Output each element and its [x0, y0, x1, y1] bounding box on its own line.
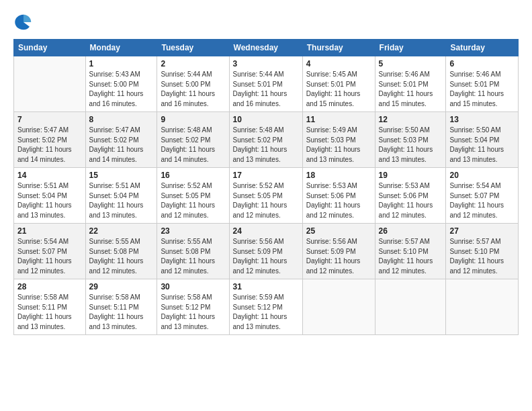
calendar-day-cell: 12Sunrise: 5:50 AMSunset: 5:03 PMDayligh…	[375, 112, 446, 168]
day-info-text: Sunrise: 5:45 AMSunset: 5:01 PMDaylight:…	[306, 70, 371, 109]
day-info-text: Sunrise: 5:58 AMSunset: 5:11 PMDaylight:…	[17, 293, 82, 332]
day-info-text: Sunrise: 5:54 AMSunset: 5:07 PMDaylight:…	[17, 237, 82, 276]
logo-icon	[13, 12, 34, 32]
calendar-day-cell	[302, 279, 375, 335]
day-info-text: Sunrise: 5:58 AMSunset: 5:12 PMDaylight:…	[161, 293, 225, 332]
calendar-week-row: 1Sunrise: 5:43 AMSunset: 5:00 PMDaylight…	[14, 56, 519, 112]
day-number: 25	[306, 226, 371, 236]
calendar-day-cell: 30Sunrise: 5:58 AMSunset: 5:12 PMDayligh…	[157, 279, 229, 335]
day-info-text: Sunrise: 5:54 AMSunset: 5:07 PMDaylight:…	[449, 181, 515, 220]
weekday-header-saturday: Saturday	[446, 40, 519, 56]
day-info-text: Sunrise: 5:43 AMSunset: 5:00 PMDaylight:…	[89, 70, 154, 109]
calendar-day-cell	[446, 279, 519, 335]
calendar-day-cell: 18Sunrise: 5:53 AMSunset: 5:06 PMDayligh…	[302, 168, 375, 224]
day-number: 16	[161, 171, 225, 180]
calendar-day-cell: 24Sunrise: 5:56 AMSunset: 5:09 PMDayligh…	[229, 224, 302, 279]
day-info-text: Sunrise: 5:53 AMSunset: 5:06 PMDaylight:…	[306, 181, 371, 220]
calendar-day-cell: 15Sunrise: 5:51 AMSunset: 5:04 PMDayligh…	[85, 168, 157, 224]
day-info-text: Sunrise: 5:47 AMSunset: 5:02 PMDaylight:…	[17, 126, 82, 165]
calendar-day-cell: 7Sunrise: 5:47 AMSunset: 5:02 PMDaylight…	[14, 112, 86, 168]
calendar-day-cell	[375, 279, 446, 335]
calendar-day-cell: 11Sunrise: 5:49 AMSunset: 5:03 PMDayligh…	[302, 112, 375, 168]
day-info-text: Sunrise: 5:59 AMSunset: 5:12 PMDaylight:…	[233, 293, 299, 332]
day-number: 20	[449, 171, 515, 180]
day-info-text: Sunrise: 5:46 AMSunset: 5:01 PMDaylight:…	[449, 70, 515, 109]
day-number: 15	[89, 171, 154, 180]
day-info-text: Sunrise: 5:57 AMSunset: 5:10 PMDaylight:…	[449, 237, 515, 276]
calendar-day-cell: 31Sunrise: 5:59 AMSunset: 5:12 PMDayligh…	[229, 279, 302, 335]
day-info-text: Sunrise: 5:47 AMSunset: 5:02 PMDaylight:…	[89, 126, 154, 165]
weekday-header-friday: Friday	[375, 40, 446, 56]
calendar-day-cell: 25Sunrise: 5:56 AMSunset: 5:09 PMDayligh…	[302, 224, 375, 279]
day-info-text: Sunrise: 5:55 AMSunset: 5:08 PMDaylight:…	[89, 237, 154, 276]
day-info-text: Sunrise: 5:44 AMSunset: 5:01 PMDaylight:…	[233, 70, 299, 109]
day-info-text: Sunrise: 5:57 AMSunset: 5:10 PMDaylight:…	[379, 237, 443, 276]
day-info-text: Sunrise: 5:55 AMSunset: 5:08 PMDaylight:…	[161, 237, 225, 276]
day-number: 21	[17, 226, 82, 236]
calendar-week-row: 28Sunrise: 5:58 AMSunset: 5:11 PMDayligh…	[14, 279, 519, 335]
day-info-text: Sunrise: 5:56 AMSunset: 5:09 PMDaylight:…	[306, 237, 371, 276]
weekday-header-sunday: Sunday	[14, 40, 86, 56]
day-number: 29	[89, 282, 154, 291]
day-info-text: Sunrise: 5:48 AMSunset: 5:02 PMDaylight:…	[161, 126, 225, 165]
calendar-day-cell: 13Sunrise: 5:50 AMSunset: 5:04 PMDayligh…	[446, 112, 519, 168]
day-number: 31	[233, 282, 299, 291]
day-info-text: Sunrise: 5:58 AMSunset: 5:11 PMDaylight:…	[89, 293, 154, 332]
day-number: 13	[449, 115, 515, 124]
calendar-day-cell: 8Sunrise: 5:47 AMSunset: 5:02 PMDaylight…	[85, 112, 157, 168]
day-number: 12	[379, 115, 443, 124]
logo	[13, 12, 36, 32]
day-number: 27	[449, 226, 515, 236]
weekday-header-monday: Monday	[85, 40, 157, 56]
day-number: 4	[306, 59, 371, 68]
day-number: 17	[233, 171, 299, 180]
day-number: 19	[379, 171, 443, 180]
calendar-day-cell: 14Sunrise: 5:51 AMSunset: 5:04 PMDayligh…	[14, 168, 86, 224]
weekday-header-thursday: Thursday	[302, 40, 375, 56]
weekday-header-row: SundayMondayTuesdayWednesdayThursdayFrid…	[14, 40, 519, 56]
calendar-table: SundayMondayTuesdayWednesdayThursdayFrid…	[13, 39, 519, 335]
calendar-day-cell: 6Sunrise: 5:46 AMSunset: 5:01 PMDaylight…	[446, 56, 519, 112]
day-number: 10	[233, 115, 299, 124]
day-number: 8	[89, 115, 154, 124]
day-info-text: Sunrise: 5:50 AMSunset: 5:03 PMDaylight:…	[379, 126, 443, 165]
day-info-text: Sunrise: 5:44 AMSunset: 5:00 PMDaylight:…	[161, 70, 225, 109]
calendar-day-cell: 2Sunrise: 5:44 AMSunset: 5:00 PMDaylight…	[157, 56, 229, 112]
day-number: 14	[17, 171, 82, 180]
day-number: 7	[17, 115, 82, 124]
calendar-week-row: 14Sunrise: 5:51 AMSunset: 5:04 PMDayligh…	[14, 168, 519, 224]
calendar-day-cell: 27Sunrise: 5:57 AMSunset: 5:10 PMDayligh…	[446, 224, 519, 279]
calendar-day-cell: 4Sunrise: 5:45 AMSunset: 5:01 PMDaylight…	[302, 56, 375, 112]
day-number: 18	[306, 171, 371, 180]
calendar-week-row: 21Sunrise: 5:54 AMSunset: 5:07 PMDayligh…	[14, 224, 519, 279]
calendar-day-cell: 1Sunrise: 5:43 AMSunset: 5:00 PMDaylight…	[85, 56, 157, 112]
calendar-day-cell	[14, 56, 86, 112]
page-header	[13, 12, 519, 32]
day-info-text: Sunrise: 5:51 AMSunset: 5:04 PMDaylight:…	[17, 181, 82, 220]
day-number: 1	[89, 59, 154, 68]
day-info-text: Sunrise: 5:56 AMSunset: 5:09 PMDaylight:…	[233, 237, 299, 276]
day-number: 28	[17, 282, 82, 291]
calendar-day-cell: 9Sunrise: 5:48 AMSunset: 5:02 PMDaylight…	[157, 112, 229, 168]
calendar-day-cell: 26Sunrise: 5:57 AMSunset: 5:10 PMDayligh…	[375, 224, 446, 279]
calendar-day-cell: 3Sunrise: 5:44 AMSunset: 5:01 PMDaylight…	[229, 56, 302, 112]
calendar-day-cell: 5Sunrise: 5:46 AMSunset: 5:01 PMDaylight…	[375, 56, 446, 112]
day-number: 2	[161, 59, 225, 68]
calendar-day-cell: 20Sunrise: 5:54 AMSunset: 5:07 PMDayligh…	[446, 168, 519, 224]
calendar-day-cell: 19Sunrise: 5:53 AMSunset: 5:06 PMDayligh…	[375, 168, 446, 224]
calendar-day-cell: 28Sunrise: 5:58 AMSunset: 5:11 PMDayligh…	[14, 279, 86, 335]
day-info-text: Sunrise: 5:48 AMSunset: 5:02 PMDaylight:…	[233, 126, 299, 165]
day-number: 5	[379, 59, 443, 68]
calendar-day-cell: 16Sunrise: 5:52 AMSunset: 5:05 PMDayligh…	[157, 168, 229, 224]
weekday-header-wednesday: Wednesday	[229, 40, 302, 56]
day-number: 30	[161, 282, 225, 291]
day-number: 6	[449, 59, 515, 68]
day-info-text: Sunrise: 5:52 AMSunset: 5:05 PMDaylight:…	[233, 181, 299, 220]
day-number: 9	[161, 115, 225, 124]
calendar-week-row: 7Sunrise: 5:47 AMSunset: 5:02 PMDaylight…	[14, 112, 519, 168]
day-info-text: Sunrise: 5:50 AMSunset: 5:04 PMDaylight:…	[449, 126, 515, 165]
calendar-day-cell: 22Sunrise: 5:55 AMSunset: 5:08 PMDayligh…	[85, 224, 157, 279]
day-info-text: Sunrise: 5:49 AMSunset: 5:03 PMDaylight:…	[306, 126, 371, 165]
day-number: 26	[379, 226, 443, 236]
weekday-header-tuesday: Tuesday	[157, 40, 229, 56]
